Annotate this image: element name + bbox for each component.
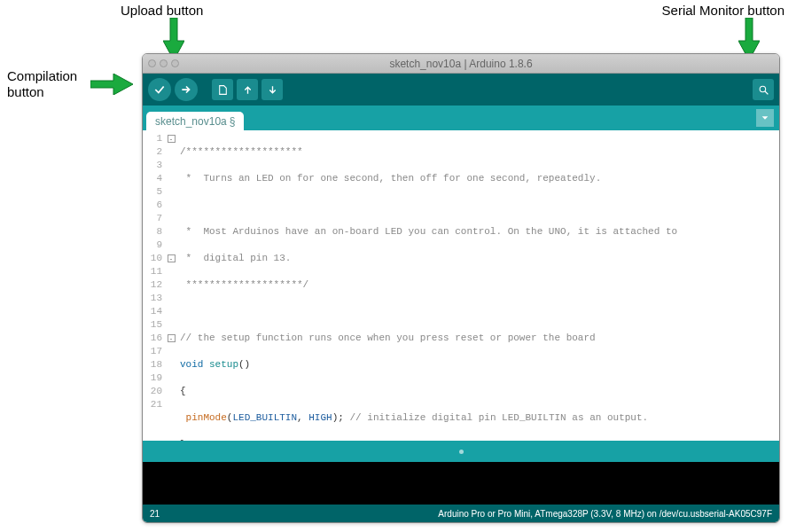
arrow-down-icon bbox=[267, 84, 278, 96]
tab-name: sketch_nov10a bbox=[155, 115, 227, 128]
resize-handle-icon[interactable] bbox=[459, 450, 464, 454]
callout-compile-label-1: Compilation bbox=[7, 68, 77, 84]
svg-point-0 bbox=[760, 86, 766, 92]
titlebar: sketch_nov10a | Arduino 1.8.6 bbox=[143, 54, 779, 74]
callout-compile-label-2: button bbox=[7, 84, 44, 100]
fold-column: - - - bbox=[166, 130, 176, 441]
callout-upload-label: Upload button bbox=[121, 3, 203, 19]
fold-icon[interactable]: - bbox=[168, 135, 176, 143]
window-title: sketch_nov10a | Arduino 1.8.6 bbox=[143, 58, 779, 70]
tab-modified-indicator: § bbox=[230, 115, 236, 128]
arrow-up-icon bbox=[242, 84, 254, 96]
fold-icon[interactable]: - bbox=[168, 254, 176, 262]
fold-icon[interactable]: - bbox=[168, 334, 176, 342]
verify-button[interactable] bbox=[148, 78, 171, 101]
message-bar bbox=[143, 441, 779, 462]
status-footer: 21 Arduino Pro or Pro Mini, ATmega328P (… bbox=[143, 505, 779, 522]
file-icon bbox=[217, 84, 229, 96]
arrow-compile-icon bbox=[90, 74, 133, 95]
arduino-ide-window: sketch_nov10a | Arduino 1.8.6 sketch_nov… bbox=[142, 53, 780, 523]
callout-serial-label: Serial Monitor button bbox=[662, 3, 784, 19]
tab-bar: sketch_nov10a § bbox=[143, 106, 779, 130]
open-button[interactable] bbox=[237, 79, 258, 100]
magnifier-icon bbox=[758, 84, 769, 96]
chevron-down-icon bbox=[761, 113, 769, 122]
check-icon bbox=[153, 83, 166, 96]
save-button[interactable] bbox=[261, 79, 283, 100]
board-port-info: Arduino Pro or Pro Mini, ATmega328P (3.3… bbox=[438, 509, 772, 519]
console-output[interactable] bbox=[143, 462, 779, 505]
code-editor[interactable]: 123456789101112131415161718192021 - - - … bbox=[143, 130, 779, 441]
arrow-right-icon bbox=[180, 83, 192, 96]
upload-button[interactable] bbox=[175, 78, 198, 101]
tab-dropdown-button[interactable] bbox=[756, 109, 774, 127]
toolbar bbox=[143, 74, 779, 106]
line-gutter: 123456789101112131415161718192021 bbox=[143, 130, 166, 441]
serial-monitor-button[interactable] bbox=[753, 79, 774, 100]
tab-sketch[interactable]: sketch_nov10a § bbox=[146, 112, 244, 130]
new-button[interactable] bbox=[212, 79, 233, 100]
code-content[interactable]: /******************** * Turns an LED on … bbox=[176, 130, 779, 441]
cursor-line: 21 bbox=[150, 509, 160, 519]
